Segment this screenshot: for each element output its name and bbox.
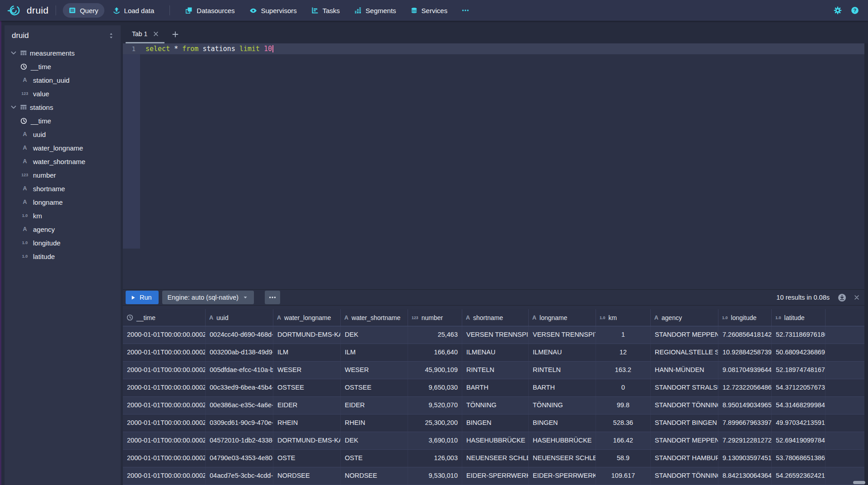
tree-column-agency[interactable]: Aagency — [5, 222, 121, 236]
cell-shortname: BARTH — [462, 379, 529, 396]
tree-column--time[interactable]: __time — [5, 114, 121, 127]
engine-select[interactable]: Engine: auto (sql-native) — [162, 291, 254, 304]
tree-column-latitude[interactable]: 1.0latitude — [5, 250, 121, 263]
nav-item-supervisors[interactable]: Supervisors — [244, 3, 303, 18]
navbar-divider — [56, 5, 56, 15]
query-workbench: Tab 1 1 select * from stations limit 10 … — [123, 21, 864, 485]
vertical-scrollbar[interactable] — [864, 43, 868, 485]
results-header-row: __timeAuuidAwater_longnameAwater_shortna… — [123, 309, 864, 326]
download-results-icon[interactable] — [838, 293, 846, 302]
new-tab-plus-icon[interactable] — [172, 25, 179, 43]
column-header-label: km — [609, 314, 617, 321]
table-row: 2000-01-01T00:00:00.000Z00c33ed9-6bea-45… — [123, 379, 864, 397]
cell-agency: STANDORT STRALSUND — [651, 379, 718, 396]
cell-number: 9,520,070 — [408, 397, 462, 414]
cell-water-longname: DORTMUND-EMS-KANAL — [273, 326, 341, 344]
tree-column-water-shortname[interactable]: Awater_shortname — [5, 155, 121, 168]
tab-close-icon[interactable] — [153, 31, 159, 37]
column-header-label: uuid — [216, 314, 228, 321]
column-header-label: latitude — [784, 314, 805, 321]
column-tree: measurements__timeAstation_uuid123values… — [5, 46, 121, 263]
column-header-number[interactable]: 123number — [408, 309, 462, 326]
column-header-label: longname — [540, 314, 568, 321]
table-row: 2000-01-01T00:00:00.000Z005dfdae-efcc-41… — [123, 362, 864, 379]
cell-shortname: HASEHUBBRÜCKE — [462, 432, 529, 449]
tree-column-water-longname[interactable]: Awater_longname — [5, 141, 121, 155]
supervisors-icon — [249, 7, 257, 14]
cell-km: 166.42 — [596, 432, 651, 449]
column-header-label: water_shortname — [352, 314, 400, 321]
cell--time: 2000-01-01T00:00:00.000Z — [123, 414, 206, 432]
cell-km: 109.617 — [596, 467, 651, 485]
tree-column-label: longname — [33, 198, 63, 206]
tasks-icon — [311, 7, 319, 14]
cell-number: 9,650,030 — [408, 379, 462, 396]
table-row: 2000-01-01T00:00:00.000Z04acd7e5-3cbc-4c… — [123, 467, 864, 485]
horizontal-scrollbar-thumb[interactable] — [853, 481, 865, 484]
column-header-uuid[interactable]: Auuid — [206, 309, 273, 326]
column-header-label: agency — [662, 314, 682, 321]
query-more-button[interactable] — [265, 291, 280, 304]
druid-logo[interactable]: druid — [7, 5, 49, 17]
nav-item-datasources[interactable]: Datasources — [179, 3, 240, 18]
logo-text: druid — [27, 5, 49, 16]
tree-table-measurements[interactable]: measurements — [5, 46, 121, 60]
nav-item-label: Tasks — [323, 7, 340, 14]
table-icon — [20, 104, 27, 111]
nav-item-query[interactable]: Query — [63, 3, 104, 18]
string-column-icon: A — [20, 145, 29, 151]
run-button[interactable]: Run — [126, 291, 159, 304]
cell-water-shortname: WESER — [341, 362, 408, 379]
tree-table-stations[interactable]: stations — [5, 100, 121, 114]
cell-water-shortname: RHEIN — [341, 414, 408, 432]
column-header-agency[interactable]: Aagency — [651, 309, 718, 326]
tree-column-longname[interactable]: Alongname — [5, 195, 121, 209]
tree-column-km[interactable]: 1.0km — [5, 209, 121, 222]
cell-longname: BARTH — [529, 379, 596, 396]
nav-item-tasks[interactable]: Tasks — [305, 3, 346, 18]
float-column-icon: 1.0 — [722, 315, 728, 320]
close-results-icon[interactable] — [854, 294, 860, 301]
tree-column-shortname[interactable]: Ashortname — [5, 182, 121, 195]
string-column-icon: A — [20, 199, 29, 205]
column-header-longitude[interactable]: 1.0longitude — [718, 309, 772, 326]
help-icon[interactable]: ? — [851, 6, 859, 14]
nav-item-more[interactable] — [456, 3, 475, 18]
table-row: 2000-01-01T00:00:00.000Z0309cd61-90c9-47… — [123, 414, 864, 432]
tree-column-number[interactable]: 123number — [5, 168, 121, 182]
tree-column-station-uuid[interactable]: Astation_uuid — [5, 73, 121, 87]
cell-water-longname: OSTE — [273, 450, 341, 467]
cell-uuid: 003200ab-d138-49d9- — [206, 344, 273, 361]
tree-column-label: value — [33, 90, 49, 98]
nav-item-segments[interactable]: Segments — [348, 3, 402, 18]
table-row: 2000-01-01T00:00:00.000Z003200ab-d138-49… — [123, 344, 864, 362]
tree-column-longitude[interactable]: 1.0longitude — [5, 236, 121, 250]
column-header-km[interactable]: 1.0km — [596, 309, 651, 326]
column-header-water-longname[interactable]: Awater_longname — [273, 309, 341, 326]
nav-item-load-data[interactable]: Load data — [107, 3, 160, 18]
string-column-icon: A — [532, 315, 536, 321]
tree-column-uuid[interactable]: Auuid — [5, 127, 121, 141]
column-header--time[interactable]: __time — [123, 309, 206, 326]
cell-longname: HASEHUBBRÜCKE — [529, 432, 596, 449]
tree-column-value[interactable]: 123value — [5, 87, 121, 100]
datasources-icon — [185, 7, 192, 14]
cell-uuid: 0309cd61-90c9-470e- — [206, 414, 273, 432]
tree-column--time[interactable]: __time — [5, 60, 121, 73]
column-header-water-shortname[interactable]: Awater_shortname — [341, 309, 408, 326]
tab-1[interactable]: Tab 1 — [126, 25, 164, 43]
nav-item-label: Services — [422, 7, 448, 14]
cell-filler — [826, 326, 864, 344]
column-header-longname[interactable]: Alongname — [529, 309, 596, 326]
sql-editor[interactable]: select * from stations limit 10 — [145, 43, 273, 54]
cell-number: 25,300,200 — [408, 414, 462, 432]
double-caret-sort-icon[interactable] — [108, 33, 114, 39]
tree-column-label: km — [33, 212, 42, 220]
cell-agency: STANDORT MEPPEN — [651, 432, 718, 449]
column-header-shortname[interactable]: Ashortname — [462, 309, 529, 326]
nav-item-services[interactable]: Services — [405, 3, 454, 18]
column-header-latitude[interactable]: 1.0latitude — [772, 309, 826, 326]
settings-gear-icon[interactable] — [834, 6, 842, 14]
cell-uuid: 005dfdae-efcc-410a-b — [206, 362, 273, 379]
sql-token — [170, 45, 174, 53]
